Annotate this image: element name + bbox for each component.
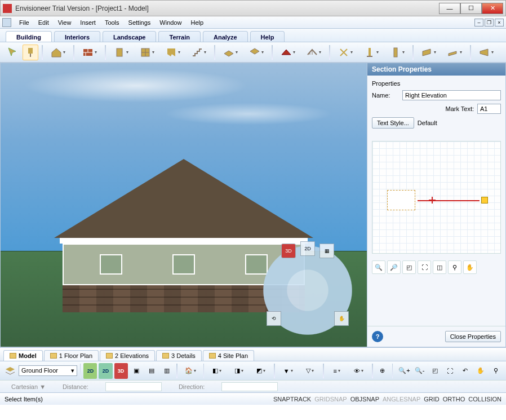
navwheel-pan-button[interactable]: ✋ [334,311,349,326]
column-plan-button[interactable] [334,45,357,60]
direction-input[interactable] [221,382,278,391]
menu-insert[interactable]: Insert [76,18,100,27]
zoom-out-button[interactable]: 🔍- [412,363,426,379]
maximize-button[interactable]: ☐ [460,3,482,14]
tab-interiors[interactable]: Interiors [54,31,100,42]
doc-tab-elevations[interactable]: 2 Elevations [100,350,155,361]
doc-tab-model[interactable]: Model [3,350,43,361]
beam2-button[interactable] [443,45,467,60]
close-button[interactable]: ✕ [482,3,503,14]
select-tool-button[interactable] [5,45,20,60]
status-toggle-grid[interactable]: GRID [424,396,440,403]
status-toggle-anglesnap[interactable]: ANGLESNAP [383,396,420,403]
menu-help[interactable]: Help [186,18,208,27]
tab-help[interactable]: Help [250,31,285,42]
mark-text-input[interactable] [477,104,501,114]
wall-button[interactable] [78,45,101,60]
section-new-button[interactable]: ▣ [130,363,143,379]
roof-button[interactable] [276,45,300,60]
menu-tools[interactable]: Tools [100,18,124,27]
layers-button[interactable] [3,363,17,379]
elevation-button[interactable]: 🏠 [180,363,201,379]
pv-zoom-sel-button[interactable]: ◫ [433,260,446,274]
zoom-fit-button[interactable]: ⛶ [443,363,457,379]
section-preview[interactable] [372,141,501,254]
menu-window[interactable]: Window [155,18,186,27]
camera1-button[interactable]: ◧ [207,363,227,379]
visibility-button[interactable]: 👁 [349,363,369,379]
beam-button[interactable] [417,45,441,60]
camera3-button[interactable]: ◩ [251,363,271,379]
pv-pan-button[interactable]: ✋ [463,260,477,274]
section-move-button[interactable]: ▤ [145,363,158,379]
view-2d-plan-button[interactable]: 2D [99,363,112,379]
floor-combo[interactable]: Ground Floor▾ [19,365,77,376]
mdi-minimize-button[interactable]: – [474,19,483,26]
status-toggle-ortho[interactable]: ORTHO [443,396,465,403]
distance-input[interactable] [105,382,162,391]
preview-target-icon[interactable] [481,197,488,204]
pv-zoom-out-button[interactable]: 🔎 [387,260,401,274]
pan-button[interactable]: ✋ [474,363,487,379]
pv-zoom-window-button[interactable]: ◰ [402,260,416,274]
help-icon[interactable]: ? [372,331,383,342]
ceiling-button[interactable] [245,45,268,60]
pv-zoom-fit-button[interactable]: ⛶ [418,260,431,274]
menu-settings[interactable]: Settings [124,18,156,27]
mdi-restore-button[interactable]: ❐ [485,19,494,26]
truss-button[interactable] [474,45,498,60]
navwheel-2d-button[interactable]: 2D [300,241,315,256]
pv-zoom-realtime-button[interactable]: ⚲ [448,260,461,274]
minimize-button[interactable]: — [439,3,460,14]
framing-button[interactable] [302,45,326,60]
post-button[interactable] [385,45,409,60]
navwheel-orbit-button[interactable]: ⟲ [267,311,281,326]
zoom-window-button[interactable]: ◰ [428,363,442,379]
tab-building[interactable]: Building [6,31,52,42]
doc-tab-details[interactable]: 3 Details [156,350,202,361]
floor-button[interactable] [219,45,242,60]
name-input[interactable] [402,90,501,100]
door-button[interactable] [109,45,133,60]
menu-edit[interactable]: Edit [34,18,54,27]
tab-analyze[interactable]: Analyze [203,31,248,42]
look-button[interactable]: ▽ [300,363,320,379]
tab-terrain[interactable]: Terrain [158,31,200,42]
menu-file[interactable]: File [15,18,34,27]
column-button[interactable] [359,45,383,60]
status-toggle-snaptrack[interactable]: SNAPTRACK [273,396,311,403]
preview-camera-icon[interactable] [387,190,415,210]
preview-origin-icon[interactable] [429,197,436,204]
walk-button[interactable]: ▼ [278,363,298,379]
viewport-3d[interactable]: 3D 2D ▦ ⟲ ✋ [0,63,367,347]
doc-tab-floor-plan[interactable]: 1 Floor Plan [44,350,99,361]
mdi-close-button[interactable]: × [495,19,504,26]
close-properties-button[interactable]: Close Properties [445,331,501,342]
opening-button[interactable] [161,45,185,60]
window-button[interactable] [135,45,159,60]
navwheel-3d-button[interactable]: 3D [281,244,296,258]
menu-view[interactable]: View [54,18,76,27]
status-toggle-collision[interactable]: COLLISION [468,396,501,403]
zoom-prev-button[interactable]: ↶ [459,363,472,379]
coord-system-toggle[interactable]: Cartesian ▼ [11,383,46,390]
view-2d-button[interactable]: 2D [83,363,97,379]
pv-zoom-in-button[interactable]: 🔍 [372,260,385,274]
section-cut-button[interactable]: ▥ [160,363,174,379]
navwheel-views-button[interactable]: ▦ [319,244,334,258]
zoom-in-button[interactable]: 🔍+ [397,363,411,379]
house-wizard-button[interactable] [46,45,70,60]
status-toggle-gridsnap[interactable]: GRIDSNAP [314,396,347,403]
status-toggle-objsnap[interactable]: OBJSNAP [350,396,379,403]
text-style-button[interactable]: Text Style... [372,117,414,129]
layers2-button[interactable]: ≡ [327,363,347,379]
stair-button[interactable] [187,45,211,60]
zoom-realtime-button[interactable]: ⚲ [489,363,503,379]
view-3d-button[interactable]: 3D [114,363,128,379]
tab-landscape[interactable]: Landscape [103,31,156,42]
nav-wheel[interactable]: 3D 2D ▦ ⟲ ✋ [260,242,356,338]
nav-toggle-button[interactable]: ⊕ [376,363,389,379]
camera2-button[interactable]: ◨ [229,363,249,379]
doc-tab-site-plan[interactable]: 4 Site Plan [203,350,254,361]
paint-tool-button[interactable] [23,45,38,60]
